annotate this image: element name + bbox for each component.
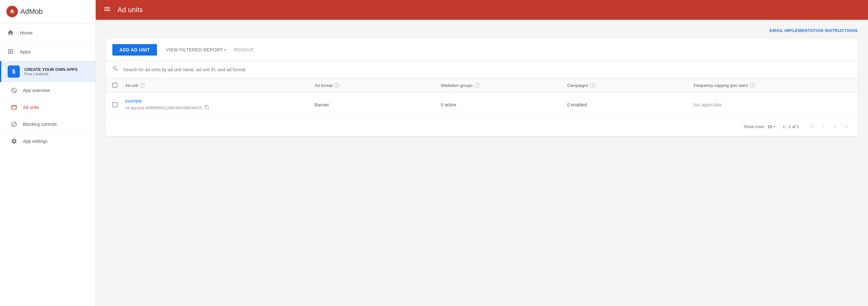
app-icon: $ — [8, 65, 20, 78]
email-link-area: EMAIL IMPLEMENTATION INSTRUCTIONS — [106, 27, 858, 33]
first-page-button[interactable] — [807, 121, 817, 132]
ad-unit-name-link[interactable]: example — [125, 99, 315, 104]
app-sub: Free | Android — [24, 72, 78, 76]
view-filtered-report-button[interactable]: VIEW FILTERED REPORT ▾ — [162, 44, 230, 56]
campaigns-cell: 0 enabled — [567, 102, 693, 107]
selected-app-item[interactable]: $ CREATE YOUR OWN APPS Free | Android — [0, 61, 95, 82]
sidebar: AdMob Home Apps $ CREATE YOUR OWN APPS F… — [0, 0, 96, 306]
apps-icon — [6, 47, 15, 56]
svg-rect-1 — [12, 105, 17, 109]
toolbar: ADD AD UNIT VIEW FILTERED REPORT ▾ REMOV… — [106, 39, 858, 61]
last-page-button[interactable] — [841, 121, 851, 132]
pagination-area: Show rows: 15 ▾ 1 - 1 of 1 — [106, 117, 858, 136]
header-frequency-capping: Frequency capping (per user) ? — [693, 83, 851, 88]
search-icon — [112, 65, 119, 74]
sidebar-item-blocking-controls[interactable]: Blocking controls — [0, 116, 95, 133]
frequency-capping-cell: Not applicable — [693, 102, 851, 107]
prev-page-button[interactable] — [818, 121, 829, 132]
blocking-controls-label: Blocking controls — [23, 122, 57, 127]
menu-icon[interactable] — [103, 5, 111, 15]
table-row: example ca-app-pub-8096095631246246/4499… — [106, 93, 858, 117]
ad-format-cell: Banner — [315, 102, 441, 107]
ad-units-icon — [10, 104, 18, 111]
header-checkbox-area — [112, 83, 125, 88]
view-report-label: VIEW FILTERED REPORT — [166, 47, 223, 52]
sidebar-item-app-overview[interactable]: App overview — [0, 82, 95, 99]
apps-label: Apps — [20, 49, 31, 54]
row-checkbox[interactable] — [112, 102, 118, 107]
app-settings-label: App settings — [23, 139, 48, 144]
ad-units-card: ADD AD UNIT VIEW FILTERED REPORT ▾ REMOV… — [106, 39, 858, 136]
page-info: 1 - 1 of 1 — [783, 124, 799, 129]
app-settings-icon — [10, 137, 18, 145]
email-implementation-link[interactable]: EMAIL IMPLEMENTATION INSTRUCTIONS — [770, 28, 858, 33]
show-rows-label: Show rows: 15 ▾ — [744, 124, 775, 129]
header-ad-format: Ad format ? — [315, 83, 441, 88]
ad-unit-help-icon[interactable]: ? — [140, 83, 145, 88]
sidebar-item-home[interactable]: Home — [0, 23, 95, 42]
ad-unit-id-area: ca-app-pub-8096095631246246/4499244415 — [125, 105, 315, 111]
content-area: EMAIL IMPLEMENTATION INSTRUCTIONS ADD AD… — [96, 20, 868, 306]
header-ad-unit: Ad unit ? — [125, 83, 315, 88]
ad-unit-id-text: ca-app-pub-8096095631246246/4499244415 — [125, 106, 202, 110]
remove-button[interactable]: REMOVE — [230, 44, 258, 56]
rows-dropdown-arrow: ▾ — [774, 125, 775, 129]
row-checkbox-area — [112, 102, 125, 107]
main-area: Ad units EMAIL IMPLEMENTATION INSTRUCTIO… — [96, 0, 868, 306]
mediation-cell: 0 active — [441, 102, 567, 107]
header-mediation-groups: Mediation groups ? — [441, 83, 567, 88]
app-overview-label: App overview — [23, 88, 50, 93]
rows-per-page-select[interactable]: 15 ▾ — [768, 124, 775, 129]
search-input[interactable] — [123, 67, 851, 72]
sidebar-item-ad-units[interactable]: Ad units — [0, 99, 95, 116]
mediation-help-icon[interactable]: ? — [474, 83, 479, 88]
sidebar-item-app-settings[interactable]: App settings — [0, 133, 95, 150]
search-bar — [106, 61, 858, 78]
next-page-button[interactable] — [830, 121, 840, 132]
home-label: Home — [20, 30, 33, 35]
frequency-help-icon[interactable]: ? — [750, 83, 755, 88]
home-icon — [6, 28, 15, 37]
app-name: CREATE YOUR OWN APPS — [24, 67, 78, 72]
topbar: Ad units — [96, 0, 868, 20]
ad-units-label: Ad units — [23, 105, 39, 110]
copy-icon[interactable] — [204, 105, 209, 111]
logo-text: AdMob — [21, 7, 43, 16]
app-info: CREATE YOUR OWN APPS Free | Android — [24, 67, 78, 76]
blocking-controls-icon — [10, 120, 18, 128]
logo-icon — [6, 6, 18, 17]
add-ad-unit-button[interactable]: ADD AD UNIT — [112, 44, 157, 56]
app-overview-icon — [10, 87, 18, 94]
campaigns-help-icon[interactable]: ? — [590, 83, 595, 88]
header-campaigns: Campaigns ? — [567, 83, 693, 88]
ad-format-help-icon[interactable]: ? — [335, 83, 340, 88]
sidebar-item-apps[interactable]: Apps — [0, 42, 95, 61]
topbar-title: Ad units — [118, 6, 143, 14]
logo-area: AdMob — [0, 0, 95, 23]
page-navigation — [807, 121, 851, 132]
table-header: Ad unit ? Ad format ? Mediation groups ?… — [106, 78, 858, 93]
select-all-checkbox[interactable] — [112, 83, 118, 88]
ad-unit-cell: example ca-app-pub-8096095631246246/4499… — [125, 99, 315, 111]
dropdown-arrow-icon: ▾ — [224, 48, 226, 52]
